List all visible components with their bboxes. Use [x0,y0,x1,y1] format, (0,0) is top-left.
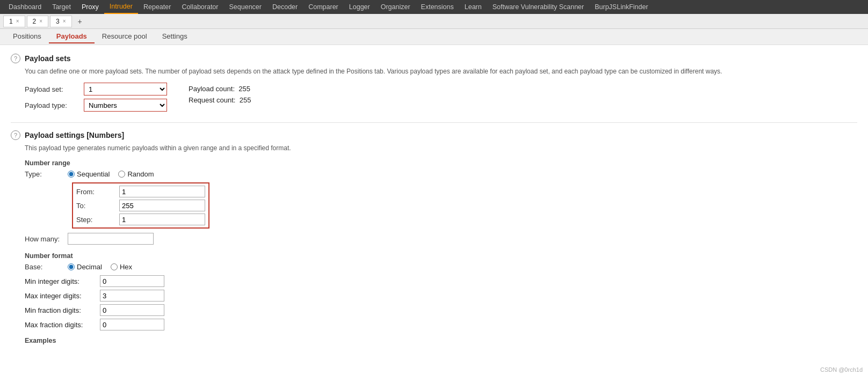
tab-instance-1[interactable]: 1 × [3,16,25,27]
tab-instance-3[interactable]: 3 × [50,16,72,27]
payload-settings-section: ? Payload settings [Numbers] This payloa… [11,130,857,344]
nav-target[interactable]: Target [47,0,76,14]
payload-sets-help-icon[interactable]: ? [11,54,20,63]
from-input[interactable] [119,186,205,197]
payload-settings-description: This payload type generates numeric payl… [25,143,857,153]
tab-positions[interactable]: Positions [5,30,49,43]
how-many-input[interactable] [68,233,154,245]
close-tab-1-icon[interactable]: × [16,18,19,24]
type-radio-group: Sequential Random [68,170,154,178]
decimal-radio[interactable] [68,263,75,270]
nav-sequencer[interactable]: Sequencer [223,0,266,14]
decimal-radio-label[interactable]: Decimal [68,263,102,271]
min-integer-input[interactable] [100,275,164,287]
base-radio-group: Decimal Hex [68,263,132,271]
step-label: Step: [76,216,119,224]
nav-repeater[interactable]: Repeater [138,0,176,14]
max-integer-label: Max integer digits: [25,292,100,300]
nav-learn[interactable]: Learn [459,0,487,14]
nav-proxy[interactable]: Proxy [76,0,104,14]
tab-instance-2[interactable]: 2 × [27,16,49,27]
nav-logger[interactable]: Logger [344,0,375,14]
payload-sets-section: ? Payload sets You can define one or mor… [11,54,857,115]
payload-count-value: 255 [238,85,250,93]
number-format-label: Number format [25,252,857,260]
nav-bjslf[interactable]: BurpJSLinkFinder [589,0,653,14]
to-label: To: [76,202,119,210]
payload-sets-description: You can define one or more payload sets.… [25,67,857,76]
add-tab-button[interactable]: + [74,16,86,27]
payload-sets-title: Payload sets [25,54,71,63]
nav-decoder[interactable]: Decoder [267,0,303,14]
nav-intruder[interactable]: Intruder [104,0,138,14]
random-radio-label[interactable]: Random [118,170,154,178]
nav-organizer[interactable]: Organizer [375,0,416,14]
payload-type-select[interactable]: Numbers Simple list Runtime file Custom … [84,99,167,112]
type-label: Type: [25,170,68,178]
min-integer-label: Min integer digits: [25,277,100,285]
number-range-label: Number range [25,159,857,167]
step-input[interactable] [119,214,205,225]
tab-payloads[interactable]: Payloads [49,30,95,43]
tab-settings[interactable]: Settings [155,30,195,43]
base-label: Base: [25,263,68,271]
footer-watermark: CSDN @0rch1d [820,366,863,373]
range-box: From: To: Step: [72,182,209,229]
payload-settings-title: Payload settings [Numbers] [25,131,124,139]
nav-svs[interactable]: Software Vulnerability Scanner [487,0,589,14]
payload-count-label: Payload count: [189,85,235,93]
sequential-radio-label[interactable]: Sequential [68,170,110,178]
payload-set-label: Payload set: [25,85,84,93]
min-fraction-input[interactable] [100,304,164,316]
min-fraction-label: Min fraction digits: [25,306,100,314]
max-fraction-input[interactable] [100,319,164,330]
request-count-label: Request count: [189,96,235,104]
max-fraction-label: Max fraction digits: [25,321,100,329]
main-content: ? Payload sets You can define one or mor… [0,45,868,375]
nav-comparer[interactable]: Comparer [303,0,344,14]
payload-settings-help-icon[interactable]: ? [11,130,20,140]
instance-tab-bar: 1 × 2 × 3 × + [0,14,868,29]
sequential-radio[interactable] [68,171,75,178]
top-navigation: Dashboard Target Proxy Intruder Repeater… [0,0,868,14]
examples-label: Examples [25,337,857,344]
nav-collaborator[interactable]: Collaborator [176,0,223,14]
tab-resource-pool[interactable]: Resource pool [95,30,155,43]
how-many-label: How many: [25,235,68,243]
payload-set-select[interactable]: 1 [84,83,167,95]
max-integer-input[interactable] [100,290,164,302]
close-tab-3-icon[interactable]: × [63,18,66,24]
request-count-value: 255 [240,96,251,104]
nav-dashboard[interactable]: Dashboard [3,0,47,14]
hex-radio[interactable] [111,263,118,270]
close-tab-2-icon[interactable]: × [39,18,42,24]
to-input[interactable] [119,200,205,211]
from-label: From: [76,188,119,196]
random-radio[interactable] [118,171,125,178]
sub-tab-bar: Positions Payloads Resource pool Setting… [0,29,868,45]
hex-radio-label[interactable]: Hex [111,263,132,271]
payload-type-label: Payload type: [25,101,84,109]
nav-extensions[interactable]: Extensions [416,0,459,14]
